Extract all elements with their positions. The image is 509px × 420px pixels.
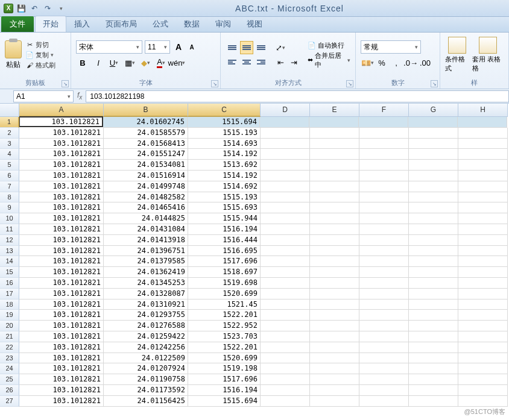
table-row[interactable]: 103.101282124.011907581517.696 — [19, 374, 509, 385]
cell[interactable] — [310, 256, 359, 267]
row-header[interactable]: 3 — [0, 139, 19, 149]
cell[interactable]: 1514.692 — [188, 181, 261, 192]
cell[interactable] — [310, 139, 359, 149]
row-header[interactable]: 1 — [0, 117, 19, 128]
fx-button[interactable]: fx — [74, 91, 86, 101]
cell[interactable] — [458, 160, 508, 171]
cell[interactable] — [359, 128, 409, 139]
row-header[interactable]: 20 — [0, 321, 19, 331]
cell[interactable] — [359, 353, 409, 364]
cell[interactable]: 1514.693 — [188, 139, 261, 149]
cell[interactable] — [359, 385, 409, 396]
underline-button[interactable]: U▾ — [107, 56, 121, 69]
align-middle-button[interactable] — [240, 41, 253, 54]
decrease-font-button[interactable]: A — [186, 41, 198, 53]
cell[interactable] — [310, 396, 359, 407]
cell[interactable] — [310, 171, 359, 181]
col-header-a[interactable]: A — [19, 104, 104, 117]
cell[interactable] — [409, 289, 458, 299]
cell[interactable] — [359, 256, 409, 267]
row-header[interactable]: 2 — [0, 128, 19, 139]
cell[interactable] — [458, 374, 508, 385]
cell[interactable] — [359, 213, 409, 224]
cell[interactable]: 24.01396751 — [104, 246, 188, 257]
row-header[interactable]: 15 — [0, 267, 19, 278]
border-button[interactable]: ▦▾ — [123, 56, 136, 69]
cell[interactable] — [359, 246, 409, 257]
cell[interactable] — [310, 160, 359, 171]
cell[interactable]: 103.1012821 — [19, 310, 104, 321]
cell[interactable] — [409, 353, 458, 364]
row-header[interactable]: 17 — [0, 289, 19, 299]
save-button[interactable]: 💾 — [16, 3, 27, 14]
cell[interactable] — [458, 289, 508, 299]
cell[interactable] — [409, 139, 458, 149]
cell[interactable] — [458, 278, 508, 289]
cell[interactable] — [261, 310, 310, 321]
cell[interactable] — [261, 149, 310, 160]
cell[interactable] — [261, 160, 310, 171]
table-row[interactable]: 103.101282124.015340811513.692 — [19, 160, 509, 171]
cell[interactable] — [359, 202, 409, 213]
align-left-button[interactable] — [226, 55, 239, 69]
col-header-e[interactable]: E — [310, 104, 359, 117]
cut-button[interactable]: ✂剪切 — [25, 40, 55, 49]
font-launcher-icon[interactable]: ↘ — [211, 80, 218, 87]
row-header[interactable]: 19 — [0, 310, 19, 321]
cell[interactable] — [359, 117, 408, 128]
phonetic-button[interactable]: wén▾ — [170, 56, 183, 69]
qat-customize-icon[interactable]: ▾ — [55, 3, 66, 14]
cell[interactable]: 1521.45 — [188, 299, 261, 310]
cell[interactable]: 24.01516914 — [104, 171, 188, 181]
cell[interactable]: 1513.692 — [188, 160, 261, 171]
cell[interactable]: 24.01328087 — [104, 289, 188, 299]
font-color-button[interactable]: A▾ — [154, 56, 168, 69]
cell[interactable]: 24.01585579 — [104, 128, 188, 139]
cell[interactable] — [458, 139, 508, 149]
cell[interactable] — [359, 363, 409, 374]
currency-button[interactable]: 💴▾ — [361, 56, 374, 69]
cell[interactable] — [261, 267, 310, 278]
cell[interactable]: 24.01568413 — [104, 139, 188, 149]
cell[interactable]: 24.01534081 — [104, 160, 188, 171]
cell[interactable] — [310, 246, 359, 257]
cell[interactable] — [409, 213, 458, 224]
cell[interactable] — [261, 235, 310, 246]
cell[interactable]: 103.1012821 — [19, 246, 104, 257]
cell[interactable] — [261, 374, 310, 385]
cell[interactable] — [409, 171, 458, 181]
cell[interactable] — [359, 299, 409, 310]
cell[interactable] — [310, 385, 359, 396]
cell[interactable] — [261, 139, 310, 149]
cell[interactable] — [359, 224, 409, 235]
row-header[interactable]: 24 — [0, 363, 19, 374]
cell[interactable] — [409, 310, 458, 321]
cell[interactable]: 103.1012821 — [19, 331, 104, 342]
col-header-d[interactable]: D — [261, 104, 310, 117]
cell[interactable] — [409, 374, 458, 385]
align-launcher-icon[interactable]: ↘ — [346, 80, 353, 87]
cell[interactable]: 103.1012821 — [19, 396, 104, 407]
cell[interactable] — [409, 385, 458, 396]
cell[interactable] — [310, 267, 359, 278]
table-row[interactable]: 103.101282124.013109211521.45 — [19, 299, 509, 310]
table-row[interactable]: 103.101282124.014139181516.444 — [19, 235, 509, 246]
cell[interactable] — [261, 202, 310, 213]
col-header-c[interactable]: C — [188, 104, 261, 117]
row-header[interactable]: 11 — [0, 224, 19, 235]
cell[interactable] — [458, 321, 508, 331]
cell[interactable] — [409, 342, 458, 353]
cell[interactable]: 103.1012821 — [19, 363, 104, 374]
cell[interactable] — [458, 171, 508, 181]
cell[interactable] — [359, 278, 409, 289]
cell[interactable] — [458, 181, 508, 192]
table-row[interactable]: 103.101282124.015169141514.192 — [19, 171, 509, 181]
cell[interactable]: 103.1012821 — [19, 213, 104, 224]
cell[interactable]: 24.01499748 — [104, 181, 188, 192]
row-header[interactable]: 18 — [0, 299, 19, 310]
increase-decimal-button[interactable]: .0→ — [404, 56, 417, 69]
table-row[interactable]: 103.101282124.014997481514.692 — [19, 181, 509, 192]
redo-button[interactable]: ↷ — [42, 3, 53, 14]
table-row[interactable]: 103.101282124.011735921516.194 — [19, 385, 509, 396]
cell[interactable] — [310, 331, 359, 342]
